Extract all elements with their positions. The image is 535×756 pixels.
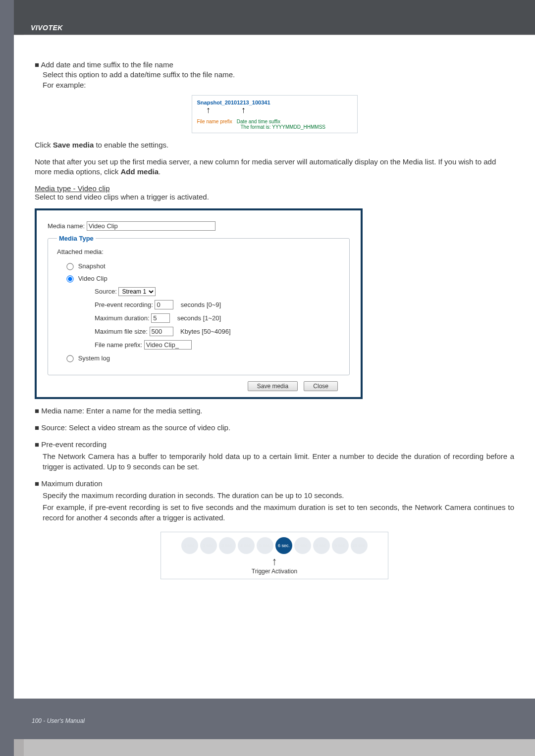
bold-save-media: Save media	[53, 141, 94, 149]
txt: .	[159, 167, 160, 176]
media-type-sub: Select to send video clips when a trigge…	[35, 193, 514, 201]
media-type-legend: Media Type	[57, 235, 96, 242]
attached-label: Attached media:	[57, 248, 340, 255]
save-media-button[interactable]: Save media	[248, 381, 298, 391]
media-name-label: Media name:	[48, 222, 85, 230]
dot-5: 5 sec.	[257, 537, 273, 554]
page-footer: 100 - User's Manual	[14, 699, 535, 739]
dot-2: 2 sec.	[200, 537, 217, 554]
txt: Media name: Enter a name for the media s…	[41, 406, 202, 415]
page-content: ■ Add date and time suffix to the file n…	[14, 35, 535, 699]
example-prefix-label: File name prefix	[197, 119, 232, 124]
dialog-button-bar: Save media Close	[48, 381, 350, 391]
radio-snapshot-label: Snapshot	[78, 262, 106, 270]
max-filesize-input[interactable]	[150, 327, 173, 336]
max-duration-input[interactable]	[151, 313, 170, 323]
txt: Note that after you set up the first med…	[35, 157, 496, 176]
prefix-input[interactable]	[144, 340, 192, 350]
arrow-up-icon: ↑	[241, 105, 246, 114]
trigger-diagram: 1 sec. 2 sec. 3 sec. 4 sec. 5 sec. 6 sec…	[160, 532, 388, 579]
dot-4: 4 sec.	[238, 537, 255, 554]
radio-syslog-label: System log	[78, 354, 110, 362]
arrow-up-icon: ↑	[166, 556, 383, 567]
example-format-label: The format is: YYYYMMDD_HHMMSS	[241, 124, 352, 130]
max-filesize-unit: Kbytes [50~4096]	[180, 328, 231, 335]
prefix-label: File name prefix:	[95, 341, 142, 349]
bullet-max-duration-text2: For example, if pre-event recording is s…	[35, 503, 514, 523]
videoclip-options: Source: Stream 1 Pre-event recording: se…	[95, 287, 340, 350]
arrow-up-icon: ↑	[206, 105, 211, 114]
radio-videoclip-row[interactable]: Video Clip	[67, 275, 340, 282]
max-duration-label: Maximum duration:	[95, 314, 150, 322]
pre-event-input[interactable]	[155, 300, 173, 309]
max-duration-unit: seconds [1~20]	[177, 314, 221, 322]
radio-snapshot-row[interactable]: Snapshot	[67, 262, 340, 270]
dot-8: 8 sec.	[313, 537, 330, 554]
pre-event-unit: seconds [0~9]	[181, 301, 221, 308]
example-filename: Snapshot_20101213_100341	[197, 100, 352, 105]
bullet-max-duration-text1: Specify the maximum recording duration i…	[35, 491, 514, 501]
bold-add-media: Add media	[120, 167, 159, 176]
radio-videoclip[interactable]	[66, 275, 73, 282]
p-save-media: Click Save media to enable the settings.	[35, 140, 514, 150]
txt: Maximum duration	[41, 479, 102, 488]
source-select[interactable]: Stream 1	[118, 287, 156, 296]
txt: to enable the settings.	[94, 141, 168, 149]
underlined-heading: Media type - Video clip	[35, 184, 109, 193]
txt: Click	[35, 141, 53, 149]
txt: Pre-event recording	[41, 440, 107, 449]
bullet-pre-event: ■ Pre-event recording	[35, 440, 514, 450]
trigger-caption: Trigger Activation	[166, 568, 383, 575]
radio-videoclip-label: Video Clip	[78, 275, 107, 282]
radio-syslog-row[interactable]: System log	[67, 354, 340, 362]
close-button[interactable]: Close	[304, 381, 338, 391]
heading-add-suffix: Add date and time suffix to the file nam…	[41, 60, 173, 69]
radio-syslog[interactable]	[66, 355, 73, 362]
bullet-source: ■ Source: Select a video stream as the s…	[35, 423, 514, 433]
filename-example-box: Snapshot_20101213_100341 ↑ ↑ File name p…	[192, 95, 358, 133]
media-dialog: Media name: Media Type Attached media: S…	[35, 208, 363, 399]
dot-10: 10 sec.	[351, 537, 368, 554]
p-note: Note that after you set up the first med…	[35, 157, 514, 177]
suffix-line2: For example:	[35, 80, 514, 90]
media-type-fieldset: Media Type Attached media: Snapshot Vide…	[48, 235, 350, 375]
header-band: VIVOTEK	[14, 0, 535, 35]
example-suffix-label: Date and time suffix	[237, 119, 280, 124]
dot-6-active: 6 sec.	[275, 537, 292, 554]
dot-3: 3 sec.	[219, 537, 236, 554]
section-add-suffix: ■ Add date and time suffix to the file n…	[35, 60, 514, 90]
footer-text: 100 - User's Manual	[32, 717, 85, 724]
dot-9: 9 sec.	[332, 537, 349, 554]
dot-7: 7 sec.	[294, 537, 311, 554]
dot-1: 1 sec.	[181, 537, 198, 554]
media-name-row: Media name:	[48, 221, 350, 231]
dots-row: 1 sec. 2 sec. 3 sec. 4 sec. 5 sec. 6 sec…	[166, 537, 383, 554]
side-dark-band	[0, 0, 14, 739]
pre-event-label: Pre-event recording:	[95, 301, 153, 308]
media-type-heading: Media type - Video clip	[35, 184, 514, 193]
max-filesize-label: Maximum file size:	[95, 328, 148, 335]
bullet-pre-event-text: The Network Camera has a buffer to tempo…	[35, 452, 514, 472]
bullet-max-duration: ■ Maximum duration	[35, 479, 514, 489]
brand-title: VIVOTEK	[31, 24, 63, 32]
bullet-media-name: ■ Media name: Enter a name for the media…	[35, 406, 514, 416]
suffix-line1: Select this option to add a date/time su…	[35, 70, 514, 80]
radio-snapshot[interactable]	[66, 263, 73, 270]
media-name-input[interactable]	[87, 221, 215, 231]
source-label: Source:	[95, 288, 117, 295]
txt: Source: Select a video stream as the sou…	[41, 423, 230, 432]
